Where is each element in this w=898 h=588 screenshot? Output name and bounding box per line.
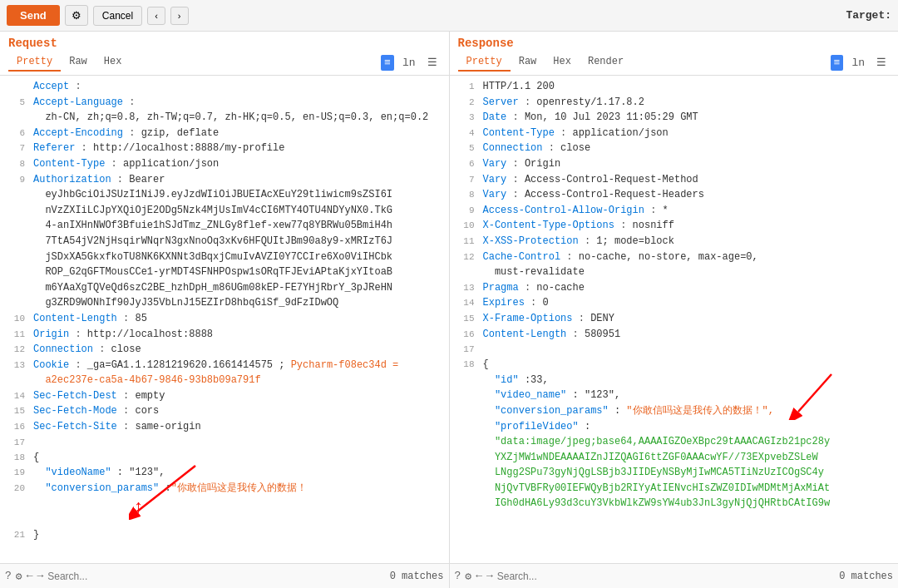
response-code-content: 1 HTTP/1.1 200 2 Server : openresty/1.17…	[450, 76, 899, 563]
send-button[interactable]: Send	[7, 5, 60, 26]
code-line: IGh0dHA6Ly93d3cuY3VkbWlkZW9sYW4ub3JnL3gy…	[450, 496, 899, 511]
response-ln-icon[interactable]: ln	[848, 55, 868, 71]
code-line: 12 Connection : close	[0, 342, 449, 358]
code-line: 7TtA54jV2NjHsqirWNqrN3gxNnoOq3xKv6HFQUIt…	[0, 234, 449, 250]
response-tab-pretty[interactable]: Pretty	[458, 53, 511, 72]
response-search-fwd-icon[interactable]: →	[486, 570, 493, 582]
code-line: 6 Accept-Encoding : gzip, deflate	[0, 126, 449, 141]
toolbar: Send ⚙ Cancel ‹ › Target:	[0, 0, 898, 32]
cancel-button[interactable]: Cancel	[93, 6, 142, 26]
code-line: 13 Cookie : _ga=GA1.1.1281219620.1661414…	[0, 358, 449, 388]
code-line: "data:image/jpeg;base64,AAAAIGZOeXBpc29t…	[450, 434, 899, 450]
request-tab-icons: ≡ ln ☰	[381, 54, 440, 71]
code-line: 7 Vary : Access-Control-Request-Method	[450, 172, 899, 188]
request-search-back-icon[interactable]: ←	[27, 570, 33, 582]
code-line: 18 {	[0, 450, 449, 466]
code-line: "conversion_params" : "你敢信吗这是我传入的数据！",	[450, 403, 899, 419]
response-tab-render[interactable]: Render	[580, 53, 632, 72]
code-line: 3 Date : Mon, 10 Jul 2023 11:05:29 GMT	[450, 110, 899, 126]
request-tabs-row: Pretty Raw Hex ≡ ln ☰	[8, 53, 441, 72]
code-line: "video_name" : "123",	[450, 388, 899, 403]
response-search-bar: ? ⚙ ← → 0 matches	[450, 564, 899, 588]
request-tab-raw[interactable]: Raw	[61, 53, 96, 72]
request-panel-header: Request Pretty Raw Hex ≡ ln ☰	[0, 32, 449, 76]
request-help-icon[interactable]: ?	[5, 570, 12, 582]
request-menu-icon[interactable]: ☰	[424, 54, 441, 71]
code-line: 4 Content-Type : application/json	[450, 126, 899, 141]
nav-fwd-button[interactable]: ›	[170, 7, 189, 25]
code-line: YXZjMW1wNDEAAAAIZnJIZQAGI6ttZGF0AAAcwYF/…	[450, 450, 899, 466]
code-line: 11 Origin : http://localhost:8888	[0, 327, 449, 343]
code-line: ROP_G2qGFTMousCCe1-yrMDT4SFNHPOspw1sORqT…	[0, 264, 449, 280]
response-title: Response	[458, 37, 891, 50]
code-line: 4-anIXHnNWOf3Bfuie1hSJdTmz_ZNLGy8flef-xe…	[0, 218, 449, 234]
code-line: 8 Content-Type : application/json	[0, 156, 449, 172]
request-ln-icon[interactable]: ln	[399, 55, 419, 71]
request-search-input[interactable]	[47, 571, 385, 582]
response-panel: Response Pretty Raw Hex Render ≡ ln ☰ 1 …	[450, 32, 899, 563]
code-line: eyJhbGciOiJSUzI1NiJ9.eyJzdWIiOiJBUEIAcXE…	[0, 187, 449, 203]
code-line: 15 Sec-Fetch-Mode : cors	[0, 403, 449, 419]
request-wordwrap-icon[interactable]: ≡	[381, 55, 394, 71]
code-line: m6YAaXgTQVeQd6szC2BE_hzhDpH_m86UGm08kEP-…	[0, 280, 449, 296]
code-line: 6 Vary : Origin	[450, 156, 899, 172]
code-line: 10 Content-Length : 85	[0, 311, 449, 327]
code-line: 15 X-Frame-Options : DENY	[450, 311, 899, 327]
nav-back-button[interactable]: ‹	[147, 7, 165, 25]
code-line: 14 Sec-Fetch-Dest : empty	[0, 388, 449, 404]
code-line: 17	[450, 342, 899, 357]
code-line: 19 "videoName" : "123",	[0, 465, 449, 481]
response-tabs-row: Pretty Raw Hex Render ≡ ln ☰	[458, 53, 891, 72]
response-search-settings-icon[interactable]: ⚙	[465, 570, 471, 583]
code-line: 18 {	[450, 357, 899, 373]
request-title: Request	[8, 37, 441, 50]
request-match-count: 0 matches	[390, 571, 444, 582]
code-line: 10 X-Content-Type-Options : nosniff	[450, 218, 899, 234]
request-panel: Request Pretty Raw Hex ≡ ln ☰ Accept : 5…	[0, 32, 450, 563]
code-line: 17	[0, 435, 449, 450]
settings-button[interactable]: ⚙	[65, 5, 88, 26]
response-help-icon[interactable]: ?	[455, 570, 461, 582]
code-line: zh-CN, zh;q=0.8, zh-TW;q=0.7, zh-HK;q=0.…	[0, 110, 449, 126]
code-line: 11 X-XSS-Protection : 1; mode=block	[450, 234, 899, 250]
code-line: 1 HTTP/1.1 200	[450, 79, 899, 95]
response-search-back-icon[interactable]: ←	[476, 570, 482, 582]
code-line: "id" :33,	[450, 373, 899, 388]
code-line: 5 Accept-Language :	[0, 95, 449, 111]
code-line: Accept :	[0, 79, 449, 95]
response-tab-raw[interactable]: Raw	[511, 53, 545, 72]
code-line: 12 Cache-Control : no-cache, no-store, m…	[450, 250, 899, 280]
code-line: 7 Referer : http://localhost:8888/my-pro…	[0, 141, 449, 156]
request-search-bar: ? ⚙ ← → 0 matches	[0, 564, 450, 588]
code-line: NjQvTVBFRy00IEFWQyBjb2RIYyAtIENvcHIsZWZ0…	[450, 481, 899, 497]
response-wordwrap-icon[interactable]: ≡	[831, 55, 844, 71]
code-line: 5 Connection : close	[450, 141, 899, 156]
request-search-settings-icon[interactable]: ⚙	[16, 570, 22, 583]
request-tab-hex[interactable]: Hex	[96, 53, 131, 72]
code-line: 8 Vary : Access-Control-Request-Headers	[450, 187, 899, 203]
response-search-input[interactable]	[497, 571, 835, 582]
code-line: 16 Sec-Fetch-Site : same-origin	[0, 419, 449, 435]
code-line: LNgg2SPu73gyNjQgLSBjb3JIIDEyNSByMjIwMCA5…	[450, 465, 899, 481]
code-line: g3ZRD9WONhIf90JyJ35VbLnJ15EZIrD8hbqGiSf_…	[0, 295, 449, 311]
code-line: 13 Pragma : no-cache	[450, 280, 899, 296]
code-line: 9 Access-Control-Allow-Origin : *	[450, 203, 899, 219]
response-tab-icons: ≡ ln ☰	[831, 54, 890, 71]
response-panel-header: Response Pretty Raw Hex Render ≡ ln ☰	[450, 32, 899, 76]
response-tab-hex[interactable]: Hex	[545, 53, 580, 72]
code-line: 2 Server : openresty/1.17.8.2	[450, 95, 899, 111]
target-label: Target:	[846, 9, 891, 22]
request-code-content: Accept : 5 Accept-Language : zh-CN, zh;q…	[0, 76, 449, 563]
code-line: nVzZXIiLCJpYXQiOjE2ODg5Nzk4MjUsImV4cCI6M…	[0, 203, 449, 219]
code-line: 16 Content-Length : 580951	[450, 327, 899, 343]
code-line: 20 "conversion_params" :"你敢信吗这是我传入的数据！ ↑	[0, 481, 449, 527]
request-search-fwd-icon[interactable]: →	[37, 570, 43, 582]
code-line: "profileVideo" :	[450, 419, 899, 435]
response-match-count: 0 matches	[839, 571, 893, 582]
request-tab-pretty[interactable]: Pretty	[8, 53, 61, 72]
response-menu-icon[interactable]: ☰	[873, 54, 890, 71]
main-area: Request Pretty Raw Hex ≡ ln ☰ Accept : 5…	[0, 32, 898, 563]
bottom-bars: ? ⚙ ← → 0 matches ? ⚙ ← → 0 matches	[0, 563, 898, 588]
code-line: 21 }	[0, 527, 449, 543]
code-line: jSDxXA5GkxfkoTU8NK6KXNNt3dBqxjCmuIvAVZI0…	[0, 250, 449, 265]
